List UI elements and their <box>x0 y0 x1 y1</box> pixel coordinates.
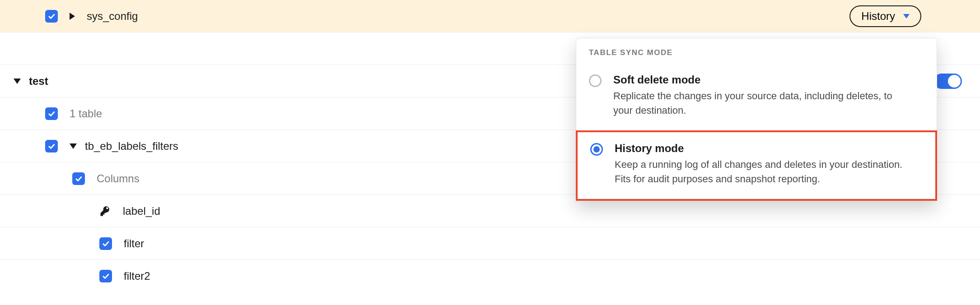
schema-toggle[interactable] <box>934 74 962 89</box>
schema-name: test <box>29 75 48 88</box>
collapse-icon[interactable] <box>14 79 21 84</box>
column-row-filter[interactable]: filter <box>0 227 980 260</box>
sync-mode-popover: TABLE SYNC MODE Soft delete mode Replica… <box>576 38 937 201</box>
checkbox[interactable] <box>45 107 58 120</box>
table-row-sys-config[interactable]: sys_config History <box>0 0 980 32</box>
expand-icon[interactable] <box>70 13 75 20</box>
columns-label: Columns <box>97 172 140 185</box>
option-soft-delete[interactable]: Soft delete mode Replicate the changes i… <box>576 64 937 130</box>
column-name: filter <box>124 237 144 250</box>
option-desc: Replicate the changes in your source dat… <box>613 89 902 118</box>
radio-selected[interactable] <box>590 143 603 156</box>
sync-mode-label: History <box>861 10 895 23</box>
option-desc: Keep a running log of all changes and de… <box>615 157 904 186</box>
table-name: tb_eb_labels_filters <box>85 140 178 152</box>
column-row-filter2[interactable]: filter2 <box>0 260 980 292</box>
option-history-mode[interactable]: History mode Keep a running log of all c… <box>576 130 937 201</box>
checkbox[interactable] <box>99 237 112 250</box>
popover-header: TABLE SYNC MODE <box>576 38 937 64</box>
checkbox[interactable] <box>72 172 85 185</box>
checkbox[interactable] <box>45 140 58 152</box>
option-title: History mode <box>615 142 904 155</box>
sync-mode-dropdown[interactable]: History <box>849 5 921 27</box>
collapse-icon[interactable] <box>70 143 77 149</box>
option-title: Soft delete mode <box>613 74 902 86</box>
chevron-down-icon <box>903 14 910 18</box>
checkbox[interactable] <box>45 10 58 23</box>
key-icon <box>99 205 111 217</box>
table-name: sys_config <box>87 10 138 23</box>
checkbox[interactable] <box>99 270 112 282</box>
column-name: filter2 <box>124 270 150 282</box>
radio-unselected[interactable] <box>589 74 602 87</box>
column-name: label_id <box>123 205 160 217</box>
table-count-label: 1 table <box>70 107 102 120</box>
